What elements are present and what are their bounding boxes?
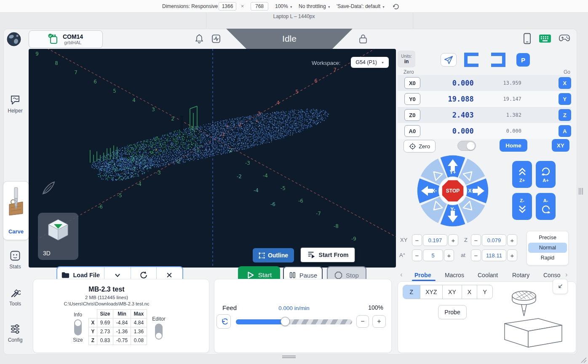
zero-z-button[interactable]: Z0 xyxy=(404,109,420,121)
goto-location-button[interactable] xyxy=(441,53,457,67)
feed-slider-knob[interactable] xyxy=(281,317,290,326)
a-step-increase[interactable]: + xyxy=(444,249,454,261)
viewport-height-input[interactable] xyxy=(251,2,268,11)
jog-pad[interactable]: Y+X+Y-X-STOP xyxy=(417,155,489,227)
lock-icon[interactable] xyxy=(358,33,368,44)
rotate-cw-icon xyxy=(540,166,551,177)
devtools-dimensions-menu[interactable]: Dimensions: Responsive▼ xyxy=(162,3,222,9)
a-step-decrease[interactable]: − xyxy=(412,249,422,261)
go-x-button[interactable]: X xyxy=(559,77,571,89)
speed-rapid[interactable]: Rapid xyxy=(528,253,567,263)
probe-mode-xyz[interactable]: XYZ xyxy=(420,285,443,299)
xy-step-decrease[interactable]: − xyxy=(412,234,422,246)
keyboard-shortcuts-icon[interactable] xyxy=(539,34,551,43)
app-logo-globe[interactable] xyxy=(7,32,21,46)
workspace-select[interactable]: G54 (P1) ▼ xyxy=(351,57,389,68)
table-row: Y 2.73 -1.36 1.36 xyxy=(89,327,147,336)
start-from-button[interactable]: Start From xyxy=(300,247,355,263)
view-cube-widget[interactable]: 3D xyxy=(38,213,78,260)
table-row: Z 0.83 -0.75 0.08 xyxy=(89,336,147,345)
lightweight-mode-feather-icon[interactable] xyxy=(40,180,56,196)
feed-increase-button[interactable]: + xyxy=(372,315,386,328)
zero-x-button[interactable]: X0 xyxy=(404,77,420,89)
z-step-decrease[interactable]: − xyxy=(471,234,481,246)
viewport-width-input[interactable] xyxy=(219,2,236,11)
jog-z-minus-button[interactable]: Z- xyxy=(512,193,532,220)
home-button[interactable]: Home xyxy=(500,139,527,152)
tab-macros[interactable]: Macros xyxy=(445,272,464,278)
probe-mode-y[interactable]: Y xyxy=(477,285,492,299)
jog-a-minus-button[interactable]: A- xyxy=(536,193,556,220)
devtools-zoom-menu[interactable]: 100%▼ xyxy=(275,3,293,9)
sidebar-item-stats[interactable]: Stats xyxy=(2,250,29,271)
tabs-scroll-right[interactable]: › xyxy=(565,270,568,279)
xy-step-increase[interactable]: + xyxy=(448,234,458,246)
a-step-value[interactable]: 5 xyxy=(423,249,443,261)
probe-start-button[interactable]: Probe xyxy=(438,305,467,319)
go-z-button[interactable]: Z xyxy=(559,109,571,121)
zero-y-button[interactable]: Y0 xyxy=(404,93,420,105)
notifications-bell-icon[interactable] xyxy=(195,34,204,44)
zero-a-button[interactable]: A0 xyxy=(404,125,420,137)
config-sliders-icon xyxy=(10,324,21,335)
speed-normal[interactable]: Normal xyxy=(528,243,567,253)
probe-mode-x[interactable]: X xyxy=(462,285,477,299)
tab-probe[interactable]: Probe xyxy=(414,272,431,278)
right-resize-handle[interactable] xyxy=(582,188,583,195)
visualizer-canvas[interactable] xyxy=(29,49,396,268)
sidebar-item-helper[interactable]: Helper xyxy=(2,94,29,115)
rotate-viewport-icon[interactable] xyxy=(392,3,400,10)
corner-resize-grip[interactable] xyxy=(580,357,587,363)
jog-a-plus-button[interactable]: A+ xyxy=(536,161,556,188)
caret-down-icon: ▼ xyxy=(290,5,293,8)
z-step-increase[interactable]: + xyxy=(507,234,517,246)
a-feed-decrease[interactable]: − xyxy=(471,249,481,261)
probe-mode-xy[interactable]: XY xyxy=(442,285,462,299)
gamepad-icon[interactable] xyxy=(559,34,570,43)
go-a-button[interactable]: A xyxy=(559,125,571,137)
park-button[interactable]: P xyxy=(516,53,530,67)
xy-step-value[interactable]: 0.197 xyxy=(423,234,447,246)
devtools-savedata-menu[interactable]: 'Save-Data': default▼ xyxy=(337,3,385,9)
sidebar-item-tools[interactable]: Tools xyxy=(2,287,29,308)
paper-plane-icon xyxy=(444,55,453,64)
tab-coolant[interactable]: Coolant xyxy=(478,272,498,278)
a-step-label: A° xyxy=(399,252,405,258)
sidebar-item-carve[interactable]: Carve xyxy=(3,181,29,240)
devtools-throttling-menu[interactable]: No throttling▼ xyxy=(299,3,331,9)
visualizer-viewport[interactable]: Workspace: G54 (P1) ▼ 3D Outline Sta xyxy=(29,49,396,268)
info-size-toggle[interactable] xyxy=(74,319,82,335)
jog-z-minus-label: Z- xyxy=(520,198,524,203)
bottom-resize-handle[interactable] xyxy=(282,357,296,358)
z-step-value[interactable]: 0.079 xyxy=(482,234,506,246)
machine-state-banner: Idle xyxy=(226,29,353,49)
go-y-button[interactable]: Y xyxy=(559,93,571,105)
right-resize-handle[interactable] xyxy=(580,188,581,195)
caret-down-icon: ▼ xyxy=(381,61,384,64)
connection-widget[interactable]: COM14 grblHAL xyxy=(29,30,103,48)
device-size-label[interactable]: Laptop L – 1440px xyxy=(0,13,588,19)
tab-console[interactable]: Conso xyxy=(543,272,563,278)
editor-toggle[interactable] xyxy=(155,324,163,340)
outline-button[interactable]: Outline xyxy=(253,248,294,262)
tabs-scroll-left[interactable]: ‹ xyxy=(400,270,403,279)
bottom-resize-handle[interactable] xyxy=(282,356,296,356)
dims-axis: X xyxy=(89,318,97,327)
tab-rotary[interactable]: Rotary xyxy=(512,272,529,278)
jog-z-plus-button[interactable]: Z+ xyxy=(512,161,532,188)
feed-decrease-button[interactable]: − xyxy=(356,315,369,328)
zero-all-button[interactable]: Zero xyxy=(404,140,436,153)
a-feed-increase[interactable]: + xyxy=(507,249,517,261)
diagnostics-icon[interactable] xyxy=(211,34,221,43)
feed-reset-button[interactable] xyxy=(216,314,231,329)
dro-toggle[interactable] xyxy=(457,141,476,151)
sidebar-item-config[interactable]: Config xyxy=(2,324,29,345)
speed-precise[interactable]: Precise xyxy=(528,233,567,243)
mobile-device-icon[interactable] xyxy=(523,33,531,44)
home-xy-button[interactable]: XY xyxy=(552,139,569,152)
right-resize-handle[interactable] xyxy=(579,188,580,195)
dro-row-y: Y0 19.088 19.147 Y xyxy=(398,91,571,107)
a-feed-value[interactable]: 118.11 xyxy=(482,249,506,261)
limit-brackets-icon[interactable] xyxy=(462,52,508,67)
probe-mode-z[interactable]: Z xyxy=(403,285,420,299)
